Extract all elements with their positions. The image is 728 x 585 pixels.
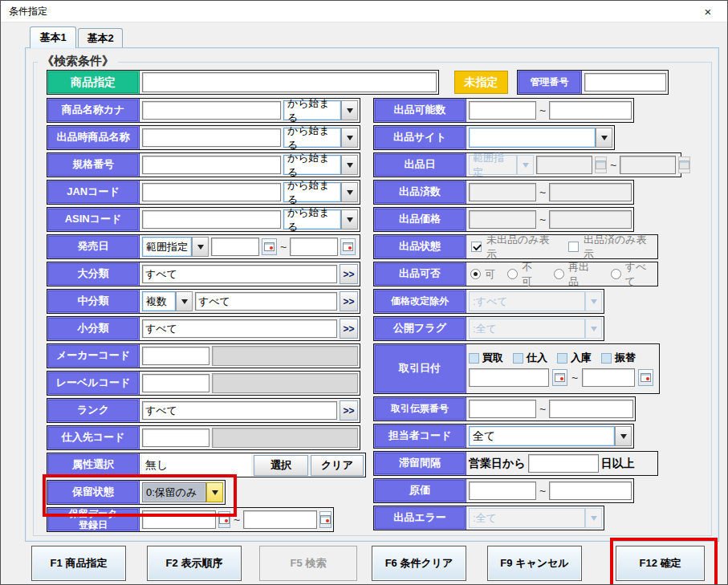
hold-reg-date-from-calendar-button[interactable]	[218, 511, 230, 528]
allow-ng-radio[interactable]	[507, 269, 518, 279]
product-name-kana-input[interactable]	[142, 101, 281, 120]
hold-reg-date-to-input[interactable]	[243, 510, 317, 529]
listing-name-match-select[interactable]: から始まる	[283, 128, 358, 148]
major-category-value[interactable]: すべて	[142, 265, 337, 283]
listing-site-select[interactable]	[469, 128, 612, 148]
receipt-checkbox[interactable]	[557, 353, 567, 364]
asin-match-arrow-button[interactable]	[341, 209, 358, 230]
tab-basic1[interactable]: 基本1	[30, 26, 76, 48]
release-range-arrow-button[interactable]	[192, 237, 209, 257]
release-date-to-input[interactable]	[290, 238, 338, 256]
trade-slip-to-input[interactable]	[549, 400, 633, 418]
minor-category-value[interactable]: すべて	[142, 319, 337, 338]
mgmt-number-label: 管理番号	[518, 71, 582, 94]
tab-basic2[interactable]: 基本2	[78, 28, 123, 48]
sellable-count-to-input[interactable]	[549, 101, 632, 120]
standard-number-match-arrow-button[interactable]	[341, 155, 358, 175]
middle-multi-arrow-button[interactable]	[176, 291, 193, 311]
hold-reg-date-label: 保留データ 登録日	[47, 508, 140, 531]
hold-status-select[interactable]: 0:保留のみ	[142, 482, 223, 502]
asin-code-input[interactable]	[142, 210, 281, 229]
mgmt-number-input[interactable]	[584, 73, 666, 91]
unspecified-button[interactable]: 未指定	[454, 71, 508, 94]
chevron-down-icon	[197, 245, 204, 250]
release-date-from-input[interactable]	[211, 238, 259, 256]
range-tilde: ~	[539, 485, 547, 498]
close-icon[interactable]: ×	[697, 5, 719, 18]
rank-browse-button[interactable]: >>	[340, 400, 358, 420]
listing-error-arrow-button	[585, 508, 602, 528]
row-stagnation: 滞留間隔 営業日から 日以上	[373, 451, 658, 476]
label-name-display	[212, 373, 358, 393]
stagnation-days-input[interactable]	[528, 454, 599, 473]
trade-slip-from-input[interactable]	[469, 400, 536, 418]
asin-match-value: から始まる	[283, 209, 341, 230]
maker-code-input[interactable]	[142, 347, 209, 365]
listing-site-arrow-button[interactable]	[596, 128, 612, 148]
jan-match-arrow-button[interactable]	[341, 182, 358, 202]
chevron-down-icon	[347, 136, 353, 140]
middle-category-browse-button[interactable]: >>	[340, 291, 358, 311]
standard-number-input[interactable]	[142, 156, 281, 174]
listed-count-from-input	[469, 183, 536, 201]
allow-relist-radio[interactable]	[554, 269, 564, 279]
listing-error-label: 出品エラー	[374, 506, 466, 530]
minor-category-browse-button[interactable]: >>	[340, 319, 358, 339]
chevron-down-icon	[347, 108, 353, 113]
allow-ok-radio[interactable]	[470, 269, 481, 279]
kana-match-arrow-button[interactable]	[341, 100, 358, 120]
kana-match-select[interactable]: から始まる	[283, 100, 358, 120]
range-tilde: ~	[539, 186, 547, 199]
cost-to-input[interactable]	[549, 481, 632, 500]
trade-date-from-input[interactable]	[469, 368, 549, 387]
trade-date-from-calendar-button[interactable]	[552, 369, 567, 386]
release-range-select[interactable]: 範囲指定	[142, 237, 209, 257]
trade-date-to-calendar-button[interactable]	[638, 369, 653, 386]
rank-value[interactable]: すべて	[142, 401, 337, 420]
row-listed-count: 出品済数 ~	[373, 180, 634, 205]
listing-date-range-value: 範囲指定	[469, 155, 517, 175]
standard-number-match-select[interactable]: から始まる	[283, 155, 358, 175]
trade-date-to-input[interactable]	[582, 368, 635, 387]
attribute-clear-button[interactable]: クリア	[311, 455, 364, 476]
cost-from-input[interactable]	[469, 481, 536, 500]
row-standard-number: 規格番号 から始まる	[47, 152, 360, 177]
transfer-checkbox[interactable]	[601, 353, 612, 364]
staff-code-arrow-button[interactable]	[615, 426, 632, 446]
hold-reg-date-to-calendar-button[interactable]	[319, 511, 331, 528]
jan-code-input[interactable]	[142, 183, 281, 201]
asin-match-select[interactable]: から始まる	[283, 209, 358, 230]
hold-reg-date-from-input[interactable]	[142, 510, 216, 529]
jan-code-label: JANコード	[47, 181, 140, 204]
unlisted-only-checkbox[interactable]	[471, 242, 482, 252]
major-category-browse-button[interactable]: >>	[340, 264, 358, 284]
f1-product-specify-button[interactable]: F1 商品指定	[31, 546, 126, 581]
release-date-to-calendar-button[interactable]	[340, 238, 356, 255]
staff-code-select[interactable]: 全て	[469, 426, 632, 446]
sellable-count-from-input[interactable]	[469, 101, 536, 120]
supplier-code-input[interactable]	[142, 429, 209, 447]
titlebar: 条件指定 ×	[1, 1, 727, 22]
f2-display-order-button[interactable]: F2 表示順序	[147, 546, 242, 581]
listing-error-select: :全て	[469, 508, 602, 528]
chevron-down-icon	[523, 163, 529, 168]
attribute-select-label: 属性選択	[47, 453, 140, 477]
listed-only-checkbox[interactable]	[568, 242, 579, 252]
middle-category-value[interactable]: すべて	[195, 292, 337, 311]
listing-name-match-arrow-button[interactable]	[341, 128, 358, 148]
f9-cancel-button[interactable]: F9 キャンセル	[487, 546, 582, 581]
label-code-input[interactable]	[142, 374, 209, 392]
attribute-select-button[interactable]: 選択	[254, 455, 308, 476]
listing-name-input[interactable]	[142, 128, 281, 147]
middle-multi-select[interactable]: 複数	[142, 291, 193, 311]
purchase-checkbox[interactable]	[513, 353, 523, 364]
product-input[interactable]	[142, 72, 437, 92]
jan-match-select[interactable]: から始まる	[283, 182, 358, 202]
buy-checkbox[interactable]	[469, 353, 479, 364]
allow-all-radio[interactable]	[611, 269, 621, 279]
price-revision-select: :すべて	[469, 291, 602, 311]
hold-status-arrow-button[interactable]	[206, 482, 223, 502]
f6-clear-conditions-button[interactable]: F6 条件クリア	[372, 546, 466, 581]
f12-confirm-button[interactable]: F12 確定	[616, 546, 705, 581]
release-date-from-calendar-button[interactable]	[262, 238, 277, 255]
